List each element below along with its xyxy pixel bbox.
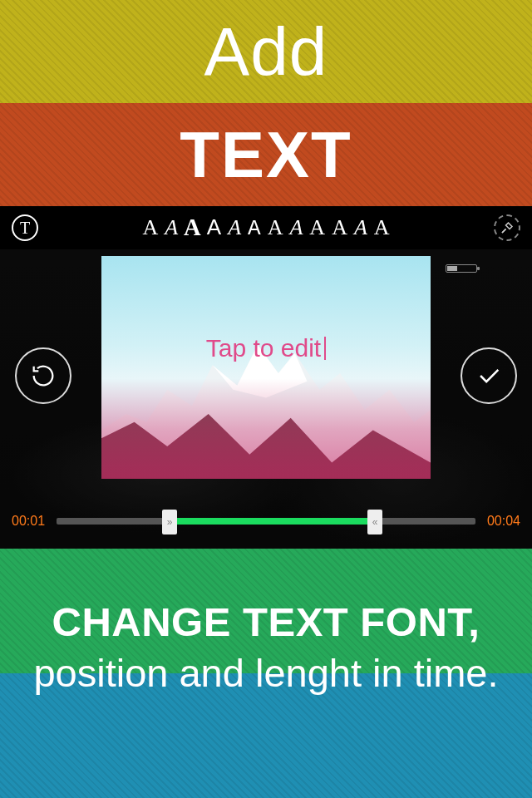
font-sample[interactable]: A — [309, 217, 325, 239]
timeline-handle-end[interactable]: « — [367, 510, 382, 534]
font-sample[interactable]: A — [268, 217, 283, 239]
promo-title-line1: Add — [0, 0, 532, 103]
preview-tint — [101, 256, 431, 479]
font-sample[interactable]: A — [207, 216, 221, 238]
timeline-track[interactable]: » « — [57, 518, 475, 525]
font-sample[interactable]: A — [142, 217, 158, 239]
font-toolbar: T AAAAAAAAAAAA — [0, 206, 532, 249]
text-cursor — [324, 337, 326, 360]
promo-title-line2: TEXT — [0, 103, 532, 206]
font-sample[interactable]: A — [354, 217, 367, 239]
eyedropper-icon[interactable] — [494, 214, 520, 241]
font-sample[interactable]: A — [374, 217, 390, 239]
font-sample[interactable]: A — [248, 218, 261, 239]
font-picker[interactable]: AAAAAAAAAAAA — [47, 216, 485, 239]
battery-icon — [446, 264, 477, 273]
font-sample[interactable]: A — [184, 216, 201, 239]
caption-line1: CHANGE TEXT FONT, — [0, 598, 532, 645]
confirm-button[interactable] — [461, 347, 517, 404]
font-sample[interactable]: A — [228, 217, 241, 239]
text-placeholder[interactable]: Tap to edit — [101, 334, 431, 362]
time-start-label: 00:01 — [12, 514, 57, 529]
timeline-selection — [170, 518, 375, 525]
timeline: 00:01 » « 00:04 — [0, 494, 532, 549]
font-sample[interactable]: A — [165, 217, 178, 239]
video-text-editor: T AAAAAAAAAAAA Tap to edit — [0, 206, 532, 549]
text-tool-glyph: T — [20, 219, 30, 238]
undo-button[interactable] — [15, 347, 71, 404]
time-end-label: 00:04 — [475, 514, 520, 529]
font-sample[interactable]: A — [289, 217, 303, 239]
preview-canvas[interactable]: Tap to edit — [101, 256, 431, 479]
text-tool-icon[interactable]: T — [12, 214, 38, 241]
caption-line2: position and lenght in time. — [0, 650, 532, 696]
timeline-handle-start[interactable]: » — [162, 510, 177, 534]
font-sample[interactable]: A — [332, 217, 347, 239]
placeholder-label: Tap to edit — [206, 334, 321, 362]
